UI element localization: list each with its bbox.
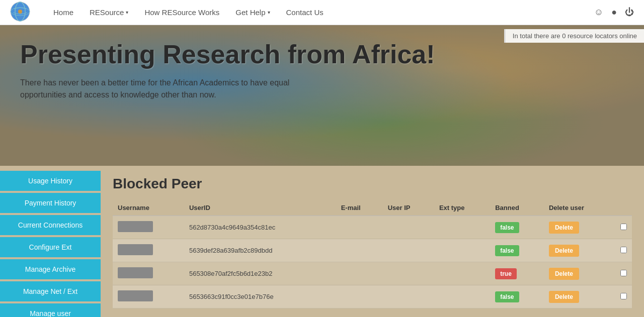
cell-user-ip [383, 216, 434, 239]
col-banned: Banned [490, 200, 544, 216]
table-row: 5639def28a639afb2c89dbdd false Delete [113, 239, 632, 262]
delete-button[interactable]: Delete [549, 245, 579, 257]
col-user-ip: User IP [383, 200, 434, 216]
cell-username [113, 285, 184, 308]
blocked-peer-table: Username UserID E-mail User IP Ext type … [113, 200, 632, 308]
col-checkbox [615, 200, 632, 216]
delete-button[interactable]: Delete [549, 222, 579, 234]
navbar: Home RESource ▾ How RESource Works Get H… [0, 0, 644, 25]
cell-delete[interactable]: Delete [544, 285, 615, 308]
row-checkbox[interactable] [620, 293, 627, 299]
sidebar-item-usage-history[interactable]: Usage History [0, 171, 101, 191]
user-icon[interactable]: ☺ [594, 7, 603, 18]
col-email: E-mail [336, 200, 383, 216]
sidebar: Usage History Payment History Current Co… [0, 166, 101, 317]
row-checkbox[interactable] [620, 270, 627, 276]
table-row: 565308e70af2fc5b6d1e23b2 true Delete [113, 262, 632, 285]
cell-delete[interactable]: Delete [544, 239, 615, 262]
chevron-down-icon: ▾ [268, 10, 270, 15]
table-row: 562d8730a4c9649a354c81ec false Delete [113, 216, 632, 239]
cell-delete[interactable]: Delete [544, 262, 615, 285]
delete-button[interactable]: Delete [549, 291, 579, 303]
cell-ext-type [434, 216, 490, 239]
sidebar-item-payment-history[interactable]: Payment History [0, 193, 101, 213]
cell-checkbox[interactable] [615, 262, 632, 285]
cell-userid: 562d8730a4c9649a354c81ec [184, 216, 336, 239]
table-area: Blocked Peer Username UserID E-mail User… [101, 166, 644, 317]
cell-username [113, 262, 184, 285]
cell-email [336, 285, 383, 308]
cell-username [113, 239, 184, 262]
sidebar-item-manage-archive[interactable]: Manage Archive [0, 259, 101, 279]
sidebar-item-manage-user[interactable]: Manage user [0, 303, 101, 317]
chevron-down-icon: ▾ [126, 10, 128, 15]
cell-ext-type [434, 239, 490, 262]
cell-email [336, 216, 383, 239]
cell-banned: false [490, 285, 544, 308]
sidebar-item-current-connections[interactable]: Current Connections [0, 215, 101, 235]
col-ext-type: Ext type [434, 200, 490, 216]
table-header-row: Username UserID E-mail User IP Ext type … [113, 200, 632, 216]
row-checkbox[interactable] [620, 247, 627, 253]
col-username: Username [113, 200, 184, 216]
col-userid: UserID [184, 200, 336, 216]
row-checkbox[interactable] [620, 224, 627, 230]
cell-userid: 565308e70af2fc5b6d1e23b2 [184, 262, 336, 285]
nav-links: Home RESource ▾ How RESource Works Get H… [45, 0, 594, 25]
logo[interactable] [10, 2, 45, 24]
cell-email [336, 239, 383, 262]
svg-point-3 [18, 10, 22, 14]
hero-title: Presenting Research from Africa! [20, 40, 624, 69]
cell-checkbox[interactable] [615, 216, 632, 239]
nav-contact-us[interactable]: Contact Us [278, 0, 332, 25]
cell-ext-type [434, 285, 490, 308]
nav-icon-group: ☺ ● ⏻ [594, 7, 634, 18]
cell-banned: true [490, 262, 544, 285]
cell-user-ip [383, 285, 434, 308]
table-row: 5653663c91f0cc3e01e7b76e false Delete [113, 285, 632, 308]
main-content: Usage History Payment History Current Co… [0, 166, 644, 317]
sidebar-item-configure-ext[interactable]: Configure Ext [0, 237, 101, 257]
cell-banned: false [490, 216, 544, 239]
nav-home[interactable]: Home [45, 0, 82, 25]
cell-userid: 5653663c91f0cc3e01e7b76e [184, 285, 336, 308]
cell-username [113, 216, 184, 239]
nav-how-resource-works[interactable]: How RESource Works [136, 0, 227, 25]
col-delete-user: Delete user [544, 200, 615, 216]
hero-content: Presenting Research from Africa! There h… [0, 25, 644, 116]
sidebar-item-manage-net-ext[interactable]: Manage Net / Ext [0, 281, 101, 301]
hero-section: In total there are 0 resource locators o… [0, 25, 644, 166]
nav-resource[interactable]: RESource ▾ [82, 0, 136, 25]
cell-user-ip [383, 239, 434, 262]
cell-checkbox[interactable] [615, 285, 632, 308]
cell-user-ip [383, 262, 434, 285]
cell-email [336, 262, 383, 285]
power-icon[interactable]: ⏻ [625, 7, 634, 18]
cell-userid: 5639def28a639afb2c89dbdd [184, 239, 336, 262]
table-title: Blocked Peer [113, 176, 632, 192]
rss-icon[interactable]: ● [611, 7, 617, 18]
nav-get-help[interactable]: Get Help ▾ [227, 0, 278, 25]
delete-button[interactable]: Delete [549, 268, 579, 280]
cell-delete[interactable]: Delete [544, 216, 615, 239]
cell-checkbox[interactable] [615, 239, 632, 262]
hero-subtitle: There has never been a better time for t… [20, 77, 322, 101]
cell-banned: false [490, 239, 544, 262]
cell-ext-type [434, 262, 490, 285]
